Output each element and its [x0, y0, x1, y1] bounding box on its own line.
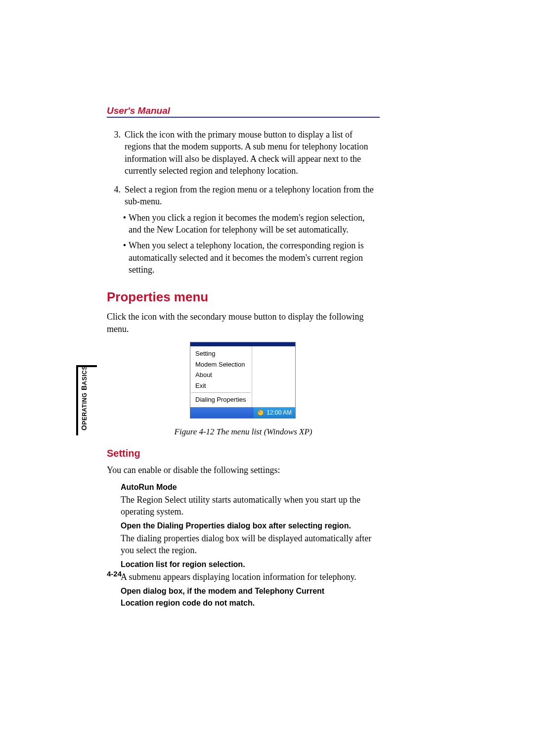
setting-mismatch-dialog-title-line1: Open dialog box, if the modem and Teleph… [121, 586, 380, 597]
setting-mismatch-dialog-title-line2: Location region code do not match. [121, 598, 380, 609]
bullet-dot: • [121, 239, 129, 276]
side-tab-cap2: B [80, 385, 88, 392]
menu-titlebar [190, 342, 295, 346]
setting-location-list-desc: A submenu appears displaying location in… [121, 571, 380, 583]
menu-item-about[interactable]: About [190, 370, 252, 380]
bullet-1-text: When you click a region it becomes the m… [129, 212, 380, 236]
bullet-1: • When you click a region it becomes the… [121, 212, 380, 236]
menu-item-modem-selection[interactable]: Modem Selection [190, 359, 252, 370]
setting-intro: You can enable or disable the following … [107, 464, 380, 476]
tray-icon[interactable] [257, 409, 264, 416]
menu-item-dialing-properties[interactable]: Dialing Properties [190, 394, 252, 405]
step-4: 4. Select a region from the region menu … [107, 184, 380, 208]
bullet-2: • When you select a telephony location, … [121, 239, 380, 276]
setting-autorun-desc: The Region Select utility starts automat… [121, 494, 380, 518]
header-rule [107, 117, 380, 118]
setting-autorun: AutoRun Mode The Region Select utility s… [121, 482, 380, 518]
menu-empty-area [252, 346, 295, 407]
setting-location-list: Location list for region selection. A su… [121, 559, 380, 583]
subsection-heading-setting: Setting [107, 447, 380, 460]
setting-dialing-dialog: Open the Dialing Properties dialog box a… [121, 520, 380, 556]
setting-dialing-dialog-title: Open the Dialing Properties dialog box a… [121, 520, 380, 531]
step-4-text: Select a region from the region menu or … [125, 184, 380, 208]
section-heading-properties-menu: Properties menu [107, 288, 380, 306]
step-4-number: 4. [107, 184, 125, 208]
menu-item-setting[interactable]: Setting [190, 348, 252, 359]
bullet-2-text: When you select a telephony location, th… [129, 239, 380, 276]
step-3-text: Click the icon with the primary mouse bu… [125, 129, 380, 177]
menu-item-exit[interactable]: Exit [190, 380, 252, 391]
side-tab-small2: ASICS [81, 366, 88, 385]
setting-dialing-dialog-desc: The dialing properties dialog box will b… [121, 532, 380, 557]
side-tab-small1: PERATING [81, 392, 88, 425]
figure-menu-screenshot: Setting Modem Selection About Exit Diali… [190, 342, 297, 419]
menu-list: Setting Modem Selection About Exit Diali… [190, 346, 252, 407]
figure-caption: Figure 4-12 The menu list (Windows XP) [107, 426, 380, 438]
setting-mismatch-dialog: Open dialog box, if the modem and Teleph… [121, 586, 380, 608]
main-content: 3. Click the icon with the primary mouse… [107, 129, 380, 611]
step-3-number: 3. [107, 129, 125, 177]
svg-point-0 [258, 410, 264, 416]
header-title: User's Manual [107, 105, 170, 116]
menu-separator [191, 392, 251, 393]
taskbar: 12:00 AM [190, 407, 295, 418]
page-number: 4-24 [107, 569, 122, 578]
bullet-dot: • [121, 212, 129, 236]
side-tab-label: OPERATING BASICS [80, 366, 88, 430]
tray-clock: 12:00 AM [267, 409, 292, 417]
system-tray[interactable]: 12:00 AM [254, 407, 295, 418]
svg-point-1 [259, 411, 261, 413]
side-tab-cap1: O [80, 425, 88, 430]
setting-autorun-title: AutoRun Mode [121, 482, 380, 493]
context-menu: Setting Modem Selection About Exit Diali… [190, 342, 296, 419]
setting-location-list-title: Location list for region selection. [121, 559, 380, 570]
properties-menu-intro: Click the icon with the secondary mouse … [107, 311, 380, 335]
step-3: 3. Click the icon with the primary mouse… [107, 129, 380, 177]
